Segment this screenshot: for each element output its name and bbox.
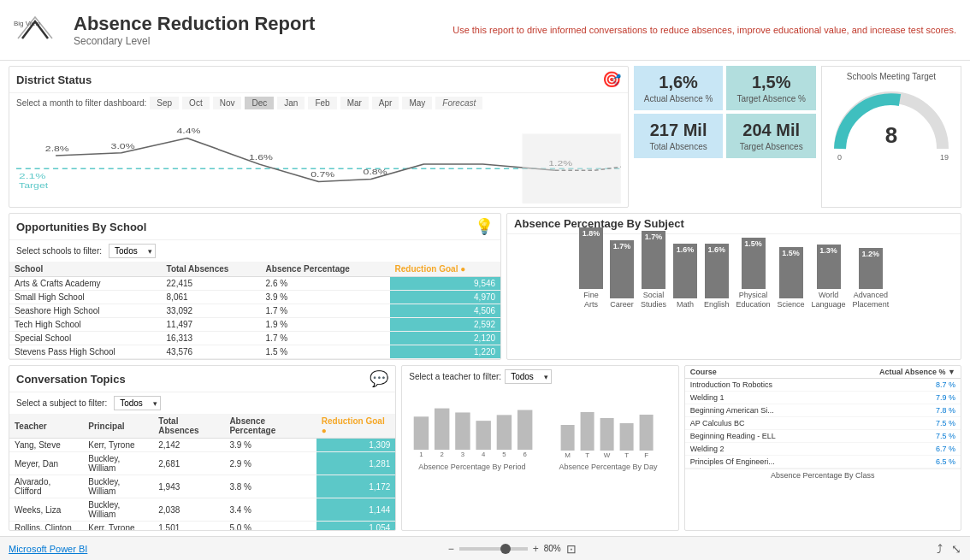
header: Big View Absence Reduction Report Second… bbox=[0, 0, 970, 61]
month-apr[interactable]: Apr bbox=[372, 97, 399, 109]
subject-filter-row: Select a subject to filter: Todos bbox=[9, 392, 395, 414]
list-item: Introduction To Robotics 8.7 % bbox=[685, 379, 961, 392]
bar-value: 1.2% bbox=[862, 250, 880, 258]
table-row: Special School 16,313 1.7 % 2,120 bbox=[9, 332, 500, 345]
month-sep[interactable]: Sep bbox=[150, 97, 179, 109]
svg-text:3.0%: 3.0% bbox=[111, 143, 135, 150]
powerbi-link[interactable]: Microsoft Power BI bbox=[9, 544, 87, 554]
bar: 1.6% bbox=[705, 244, 729, 298]
month-feb[interactable]: Feb bbox=[308, 97, 336, 109]
kpi-row-1: 1,6% Actual Absence % 1,5% Target Absenc… bbox=[634, 66, 816, 110]
target-absences-kpi: 204 Mil Target Absences bbox=[726, 114, 816, 158]
month-oct[interactable]: Oct bbox=[182, 97, 210, 109]
trend-chart-area: 2.1% Target 2.8% 3.0% 4.4% 1.6% 0.7% 0.8… bbox=[9, 113, 628, 207]
month-dec[interactable]: Dec bbox=[245, 97, 274, 109]
bar-value: 1.3% bbox=[819, 246, 837, 255]
total-absences: 2,038 bbox=[153, 498, 224, 522]
page-subtitle: Secondary Level bbox=[74, 35, 362, 47]
principal-name: Kerr, Tyrone bbox=[83, 522, 153, 532]
middle-row: Opportunities By School 💡 Select schools… bbox=[9, 213, 961, 360]
gauge-svg: 8 0 19 bbox=[827, 85, 955, 162]
course-pct: 6.5 % bbox=[830, 456, 961, 469]
course-tbody: Introduction To Robotics 8.7 % Welding 1… bbox=[685, 379, 961, 469]
month-mar[interactable]: Mar bbox=[340, 97, 369, 109]
subject-filter-label: Select a subject to filter: bbox=[16, 398, 107, 408]
svg-rect-19 bbox=[497, 415, 512, 450]
opportunities-section: Opportunities By School 💡 Select schools… bbox=[9, 213, 501, 360]
zoom-out-button[interactable]: − bbox=[448, 543, 454, 555]
kpi-row-2: 217 Mil Total Absences 204 Mil Target Ab… bbox=[634, 114, 816, 158]
svg-text:2.1%: 2.1% bbox=[19, 172, 45, 180]
subject-chart-area: 1.8% FineArts 1.7% Career 1.7% SocialStu… bbox=[507, 234, 961, 316]
month-nov[interactable]: Nov bbox=[213, 97, 242, 109]
bar: 1.5% bbox=[742, 238, 766, 289]
gauge-title: Schools Meeting Target bbox=[847, 72, 936, 81]
month-jan[interactable]: Jan bbox=[277, 97, 305, 109]
absence-pct: 3.4 % bbox=[224, 498, 316, 522]
teacher-name: Rollins, Clinton bbox=[9, 522, 83, 532]
list-item: AP Calculus BC 7.5 % bbox=[685, 417, 961, 430]
period-day-section: Select a teacher to filter: Todos bbox=[401, 365, 678, 531]
col-total-abs: Total Absences bbox=[153, 414, 224, 439]
table-row: Weeks, Liza Buckley, William 2,038 3.4 %… bbox=[9, 498, 395, 522]
school-filter-select[interactable]: Todos bbox=[109, 244, 156, 258]
course-name: Welding 1 bbox=[685, 392, 830, 404]
course-name: AP Calculus BC bbox=[685, 417, 830, 430]
bar: 1.7% bbox=[610, 240, 634, 298]
conversation-title: Conversation Topics bbox=[16, 373, 126, 386]
school-name: Arts & Crafts Academy bbox=[9, 277, 162, 291]
course-name: Beginning Reading - ELL bbox=[685, 430, 830, 443]
month-may[interactable]: May bbox=[402, 97, 432, 109]
principal-name: Kerr, Tyrone bbox=[83, 439, 153, 452]
subject-bar-item: 1.7% SocialStudies bbox=[641, 231, 666, 309]
bottom-row: Conversation Topics 💬 Select a subject t… bbox=[9, 365, 961, 531]
svg-text:4: 4 bbox=[482, 451, 486, 458]
teacher-filter-select[interactable]: Todos bbox=[505, 369, 552, 384]
table-row: Yang, Steve Kerr, Tyrone 2,142 3.9 % 1,3… bbox=[9, 439, 395, 452]
district-status-header: District Status 🎯 bbox=[9, 67, 628, 93]
principal-name: Buckley, William bbox=[83, 452, 153, 475]
zoom-in-button[interactable]: + bbox=[533, 543, 539, 555]
course-pct: 8.7 % bbox=[830, 379, 961, 392]
zoom-slider[interactable] bbox=[459, 547, 528, 551]
svg-rect-30 bbox=[620, 423, 634, 451]
zoom-handle[interactable] bbox=[500, 544, 511, 554]
logo-area: Big View bbox=[14, 9, 56, 51]
teacher-filter-wrapper[interactable]: Todos bbox=[505, 369, 552, 384]
principal-name: Buckley, William bbox=[83, 475, 153, 498]
col-teacher: Teacher bbox=[9, 414, 83, 439]
school-filter-wrapper[interactable]: Todos bbox=[109, 244, 156, 258]
svg-rect-27 bbox=[561, 425, 575, 451]
month-forecast[interactable]: Forecast bbox=[435, 97, 482, 109]
table-row: Stevens Pass High School 43,576 1.5 % 1,… bbox=[9, 345, 500, 359]
share-icon[interactable]: ⤴ bbox=[937, 542, 943, 556]
zoom-value: 80% bbox=[544, 544, 561, 553]
total-absences: 2,142 bbox=[153, 439, 224, 452]
subject-filter-wrapper[interactable]: Todos bbox=[114, 396, 161, 410]
fullscreen-icon[interactable]: ⊡ bbox=[566, 542, 577, 556]
course-name: Beginning American Si... bbox=[685, 404, 830, 417]
reduction-goal: 1,309 bbox=[316, 439, 396, 452]
opportunities-header: Opportunities By School 💡 bbox=[9, 214, 500, 240]
total-absences: 8,061 bbox=[162, 291, 261, 304]
teacher-name: Meyer, Dan bbox=[9, 452, 83, 475]
svg-text:0: 0 bbox=[837, 153, 842, 162]
col-school: School bbox=[9, 262, 162, 277]
absence-pct: 2.6 % bbox=[261, 277, 390, 291]
svg-text:T: T bbox=[625, 451, 630, 459]
zoom-controls: − + 80% ⊡ bbox=[448, 542, 577, 556]
course-header-row: Course Actual Absence % ▼ bbox=[685, 366, 961, 379]
table-row: Rollins, Clinton Kerr, Tyrone 1,501 5.0 … bbox=[9, 522, 395, 532]
absence-pct: 2.9 % bbox=[224, 452, 316, 475]
subject-filter-select[interactable]: Todos bbox=[114, 396, 161, 410]
svg-text:2.8%: 2.8% bbox=[45, 145, 69, 153]
district-status-title: District Status bbox=[16, 74, 92, 86]
svg-text:5: 5 bbox=[503, 451, 506, 458]
expand-icon[interactable]: ⤡ bbox=[951, 542, 961, 556]
course-pct: 7.8 % bbox=[830, 404, 961, 417]
table-row: Small High School 8,061 3.9 % 4,970 bbox=[9, 291, 500, 304]
top-row: District Status 🎯 Select a month to filt… bbox=[9, 66, 961, 208]
bar-label: FineArts bbox=[583, 291, 599, 309]
svg-text:F: F bbox=[645, 451, 649, 459]
subject-bar-item: 1.6% English bbox=[704, 244, 730, 309]
